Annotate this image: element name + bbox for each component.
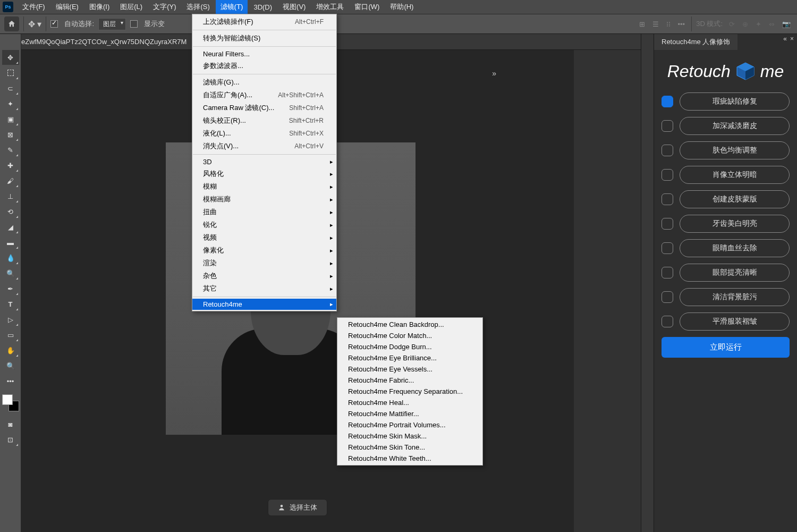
menu-item-neural-filters[interactable]: Neural Filters... bbox=[192, 48, 336, 60]
menu-item-sharpen[interactable]: 锐化 bbox=[192, 218, 336, 231]
magic-wand-tool[interactable]: ✦ bbox=[2, 96, 19, 111]
menu-select[interactable]: 选择(S) bbox=[182, 0, 214, 14]
menu-item-lens-correction[interactable]: 镜头校正(R)...Shift+Ctrl+R bbox=[192, 114, 336, 127]
path-select-tool[interactable]: ▷ bbox=[2, 312, 19, 327]
option-button[interactable]: 眼部提亮清晰 bbox=[680, 264, 790, 282]
clone-stamp-tool[interactable]: ⊥ bbox=[2, 189, 19, 204]
option-button[interactable]: 瑕疵缺陷修复 bbox=[680, 92, 790, 111]
option-button[interactable]: 创建皮肤蒙版 bbox=[680, 190, 790, 208]
menu-item-3d[interactable]: 3D bbox=[192, 156, 336, 167]
blur-tool[interactable]: 💧 bbox=[2, 250, 19, 265]
expand-panels-icon[interactable]: » bbox=[492, 69, 497, 78]
align-icon[interactable]: ⊞ bbox=[637, 19, 647, 29]
align-icon[interactable]: ☰ bbox=[650, 19, 661, 29]
menu-item-distort[interactable]: 扭曲 bbox=[192, 206, 336, 218]
option-checkbox[interactable] bbox=[662, 218, 673, 230]
menu-item-other[interactable]: 其它 bbox=[192, 282, 336, 295]
menu-item-camera-raw[interactable]: Camera Raw 滤镜(C)...Shift+Ctrl+A bbox=[192, 102, 336, 114]
type-tool[interactable]: T bbox=[2, 297, 19, 311]
eraser-tool[interactable]: ◢ bbox=[2, 219, 19, 234]
menu-item-filter-gallery[interactable]: 滤镜库(G)... bbox=[192, 76, 336, 89]
option-checkbox[interactable] bbox=[662, 96, 673, 107]
menu-item-adaptive-wide[interactable]: 自适应广角(A)...Alt+Shift+Ctrl+A bbox=[192, 89, 336, 102]
menu-file[interactable]: 文件(F) bbox=[18, 0, 50, 14]
menu-item-pixelate[interactable]: 像素化 bbox=[192, 244, 336, 257]
shape-tool[interactable]: ▭ bbox=[2, 327, 19, 342]
auto-select-checkbox[interactable] bbox=[50, 20, 58, 28]
submenu-item-eye-brilliance[interactable]: Retouch4me Eye Brilliance... bbox=[337, 352, 482, 364]
option-button[interactable]: 平滑服装褶皱 bbox=[680, 313, 790, 331]
option-button[interactable]: 肤色均衡调整 bbox=[680, 141, 790, 159]
panel-tab[interactable]: Retouch4me 人像修饰 bbox=[654, 34, 737, 50]
submenu-item-skin-tone[interactable]: Retouch4me Skin Tone... bbox=[337, 442, 482, 453]
zoom-tool[interactable]: 🔍 bbox=[2, 358, 19, 373]
menu-item-noise[interactable]: 杂色 bbox=[192, 269, 336, 282]
document-tab[interactable]: eZwfM9QoQiaPTz2QTCOw_xQrw75DNQZuyraXR7M bbox=[21, 38, 186, 46]
submenu-item-skin-mask[interactable]: Retouch4me Skin Mask... bbox=[337, 430, 482, 442]
menu-item-retouch4me[interactable]: Retouch4me bbox=[192, 299, 336, 310]
submenu-item-dodge-burn[interactable]: Retouch4me Dodge Burn... bbox=[337, 341, 482, 352]
submenu-item-clean-backdrop[interactable]: Retouch4me Clean Backdrop... bbox=[337, 319, 482, 330]
menu-filter[interactable]: 滤镜(T) bbox=[216, 0, 248, 14]
menu-view[interactable]: 视图(V) bbox=[278, 0, 310, 14]
submenu-item-eye-vessels[interactable]: Retouch4me Eye Vessels... bbox=[337, 364, 482, 375]
color-swatch[interactable] bbox=[2, 394, 19, 411]
submenu-item-fabric[interactable]: Retouch4me Fabric... bbox=[337, 375, 482, 386]
submenu-item-frequency-separation[interactable]: Retouch4me Frequency Separation... bbox=[337, 386, 482, 397]
edit-toolbar[interactable]: ••• bbox=[2, 374, 19, 389]
option-checkbox[interactable] bbox=[662, 169, 673, 181]
menu-layer[interactable]: 图层(L) bbox=[115, 0, 147, 14]
menu-image[interactable]: 图像(I) bbox=[84, 0, 114, 14]
show-transform-checkbox[interactable] bbox=[130, 20, 138, 28]
close-icon[interactable]: × bbox=[790, 35, 794, 43]
menu-item-liquify[interactable]: 液化(L)...Shift+Ctrl+X bbox=[192, 127, 336, 140]
submenu-item-heal[interactable]: Retouch4me Heal... bbox=[337, 397, 482, 408]
dodge-tool[interactable]: 🔍 bbox=[2, 266, 19, 281]
align-icon[interactable]: ⁝⁝ bbox=[664, 19, 673, 29]
menu-plugins[interactable]: 增效工具 bbox=[311, 0, 349, 14]
option-button[interactable]: 清洁背景脏污 bbox=[680, 288, 790, 306]
pen-tool[interactable]: ✒ bbox=[2, 281, 19, 296]
run-button[interactable]: 立即运行 bbox=[662, 337, 790, 358]
option-checkbox[interactable] bbox=[662, 242, 673, 254]
submenu-item-portrait-volumes[interactable]: Retouch4me Portrait Volumes... bbox=[337, 419, 482, 430]
option-checkbox[interactable] bbox=[662, 291, 673, 303]
menu-item-smart-filter[interactable]: 转换为智能滤镜(S) bbox=[192, 32, 336, 45]
brush-tool[interactable]: 🖌 bbox=[2, 173, 19, 188]
menu-item-render[interactable]: 渲染 bbox=[192, 257, 336, 269]
option-button[interactable]: 加深减淡磨皮 bbox=[680, 117, 790, 135]
menu-item-vanishing-point[interactable]: 消失点(V)...Alt+Ctrl+V bbox=[192, 140, 336, 153]
menu-item-blur-gallery[interactable]: 模糊画廊 bbox=[192, 193, 336, 206]
lasso-tool[interactable]: ⊂ bbox=[2, 81, 19, 96]
menu-edit[interactable]: 编辑(E) bbox=[51, 0, 83, 14]
option-button[interactable]: 牙齿美白明亮 bbox=[680, 215, 790, 233]
menu-item-video[interactable]: 视频 bbox=[192, 231, 336, 244]
option-checkbox[interactable] bbox=[662, 193, 673, 205]
hand-tool[interactable]: ✋ bbox=[2, 343, 19, 358]
quickmask-tool[interactable]: ◙ bbox=[2, 417, 19, 432]
menu-item-param-filter[interactable]: 参数滤波器... bbox=[192, 60, 336, 72]
menu-item-last-filter[interactable]: 上次滤镜操作(F)Alt+Ctrl+F bbox=[192, 15, 336, 28]
eyedropper-tool[interactable]: ✎ bbox=[2, 142, 19, 157]
layer-select-dropdown[interactable]: 图层 bbox=[98, 18, 126, 30]
collapse-icon[interactable]: « bbox=[783, 35, 787, 43]
move-tool[interactable]: ✥ bbox=[2, 50, 19, 65]
more-icon[interactable]: ••• bbox=[676, 19, 688, 29]
option-checkbox[interactable] bbox=[662, 120, 673, 132]
option-button[interactable]: 肖像立体明暗 bbox=[680, 166, 790, 184]
menu-item-blur[interactable]: 模糊 bbox=[192, 180, 336, 193]
select-subject-button[interactable]: 选择主体 bbox=[268, 499, 327, 516]
option-checkbox[interactable] bbox=[662, 316, 673, 327]
menu-item-stylize[interactable]: 风格化 bbox=[192, 167, 336, 180]
menu-window[interactable]: 窗口(W) bbox=[350, 0, 384, 14]
crop-tool[interactable]: ▣ bbox=[2, 112, 19, 126]
gradient-tool[interactable]: ▬ bbox=[2, 235, 19, 250]
submenu-item-color-match[interactable]: Retouch4me Color Match... bbox=[337, 330, 482, 341]
option-checkbox[interactable] bbox=[662, 267, 673, 278]
frame-tool[interactable]: ⊠ bbox=[2, 127, 19, 142]
menu-type[interactable]: 文字(Y) bbox=[148, 0, 181, 14]
marquee-tool[interactable] bbox=[2, 65, 19, 80]
menu-help[interactable]: 帮助(H) bbox=[385, 0, 418, 14]
screenmode-tool[interactable]: ⊡ bbox=[2, 432, 19, 447]
option-checkbox[interactable] bbox=[662, 145, 673, 156]
